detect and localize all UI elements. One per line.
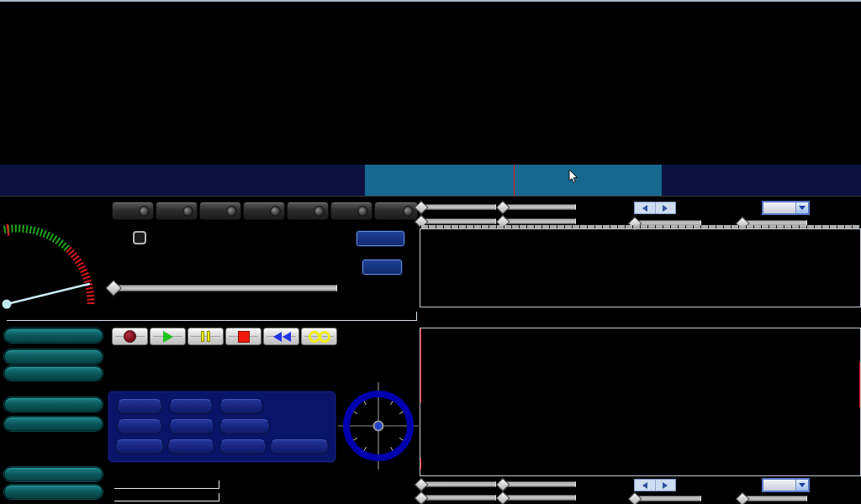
fm-led-icon — [226, 206, 237, 217]
spectrum-lower-slider[interactable] — [502, 218, 576, 225]
dropdown-arrow-icon[interactable] — [795, 202, 808, 213]
waterfall-lower-slider-bottom[interactable] — [502, 480, 576, 488]
notch-button[interactable] — [219, 399, 263, 414]
meter-needle — [7, 284, 89, 304]
window-top-border — [0, 0, 861, 2]
mode-button-cw[interactable] — [330, 202, 372, 220]
spectrum-upper-slider[interactable] — [420, 218, 496, 225]
audio-marker-line-left — [420, 328, 421, 402]
play-button[interactable] — [150, 328, 186, 345]
record-button[interactable] — [112, 328, 148, 345]
options-button[interactable] — [4, 366, 103, 381]
avg-dropdown-top[interactable] — [762, 201, 810, 215]
spectrum-lower-slider-bottom[interactable] — [502, 494, 576, 501]
pause-button[interactable] — [188, 328, 224, 345]
volume-slider[interactable] — [113, 284, 337, 292]
agc-off-button[interactable] — [169, 419, 214, 434]
cw-peak-button[interactable] — [219, 439, 267, 454]
rbw-decrease-icon[interactable] — [635, 202, 655, 213]
cw-led-icon — [357, 206, 368, 217]
speed-slider-bottom[interactable] — [742, 495, 807, 502]
cw-zap-button[interactable] — [115, 439, 164, 454]
cpu-total-bar — [114, 493, 219, 501]
rf-waterfall-display[interactable] — [0, 0, 861, 150]
record-icon — [124, 330, 136, 343]
rbw-decrease-icon[interactable] — [635, 480, 655, 491]
mute-button[interactable] — [117, 419, 162, 434]
loop-button[interactable] — [301, 328, 337, 345]
audio-frequency-scale[interactable] — [418, 307, 861, 328]
cpu-hdsdr-bar — [114, 480, 219, 489]
extio-button[interactable] — [362, 260, 402, 275]
lsb-led-icon — [270, 206, 281, 217]
despread-button[interactable] — [219, 419, 270, 434]
samplerate-button[interactable] — [4, 349, 103, 364]
hdsdr-main-window — [0, 0, 861, 504]
stop-icon — [238, 331, 250, 343]
rf-spectrum-trace — [0, 165, 861, 196]
rewind-icon — [272, 332, 291, 342]
info-update-button[interactable] — [4, 397, 103, 412]
s-meter — [0, 202, 109, 318]
mouse-cursor-icon — [568, 170, 578, 185]
phase-dial[interactable] — [338, 382, 419, 470]
stop-button[interactable] — [225, 328, 261, 345]
mode-button-ecss[interactable] — [156, 202, 198, 220]
nb-button[interactable] — [169, 399, 213, 414]
spectrum-upper-slider-bottom[interactable] — [420, 494, 496, 501]
rf-frequency-scale[interactable] — [0, 150, 861, 165]
freqmgr-button[interactable] — [357, 231, 404, 246]
minimize-button[interactable] — [4, 467, 103, 481]
phase-knob — [374, 422, 383, 431]
mode-button-lsb[interactable] — [243, 202, 285, 220]
dropdown-arrow-icon[interactable] — [795, 480, 808, 491]
ecss-led-icon — [182, 206, 193, 217]
nr-button[interactable] — [117, 399, 162, 414]
waterfall-lower-slider[interactable] — [502, 203, 576, 211]
needle-pivot — [3, 300, 12, 309]
full-screen-button[interactable] — [4, 417, 103, 431]
pause-icon — [201, 331, 210, 342]
audio-spectrum-display[interactable] — [420, 328, 859, 475]
usb-led-icon — [314, 206, 325, 217]
waterfall-upper-slider-bottom[interactable] — [420, 480, 496, 488]
dsp-panel — [108, 391, 336, 463]
exit-button[interactable] — [4, 485, 103, 499]
avg-dropdown-bottom[interactable] — [762, 478, 810, 492]
rewind-button[interactable] — [263, 328, 299, 345]
squelch-level-bar[interactable] — [7, 312, 417, 321]
cw-fullbw-button[interactable] — [270, 439, 329, 454]
mode-button-am[interactable] — [112, 202, 154, 220]
rbw-spinner-top[interactable] — [634, 202, 676, 214]
play-icon — [163, 331, 173, 343]
zoom-slider-bottom[interactable] — [634, 495, 701, 502]
drm-led-icon — [403, 206, 414, 217]
am-led-icon — [139, 206, 150, 217]
rf-spectrum-display[interactable] — [0, 165, 861, 196]
audio-marker-line-left2 — [420, 458, 421, 470]
cw-afc-button[interactable] — [167, 439, 214, 454]
lo-a-mode-button[interactable] — [133, 231, 146, 244]
mode-button-usb[interactable] — [287, 202, 329, 220]
audio-marker-line-right — [859, 362, 860, 407]
audio-waterfall-display[interactable] — [420, 229, 859, 307]
mode-button-drm[interactable] — [374, 202, 418, 220]
rbw-increase-icon[interactable] — [655, 480, 676, 491]
spectrum-divider — [0, 196, 861, 197]
mode-button-fm[interactable] — [199, 202, 241, 220]
rbw-spinner-bottom[interactable] — [634, 479, 676, 491]
waterfall-upper-slider[interactable] — [420, 203, 496, 211]
soundcard-button[interactable] — [4, 328, 103, 343]
loop-icon — [309, 331, 330, 343]
tune-marker-line — [514, 165, 515, 196]
rbw-increase-icon[interactable] — [655, 202, 676, 213]
